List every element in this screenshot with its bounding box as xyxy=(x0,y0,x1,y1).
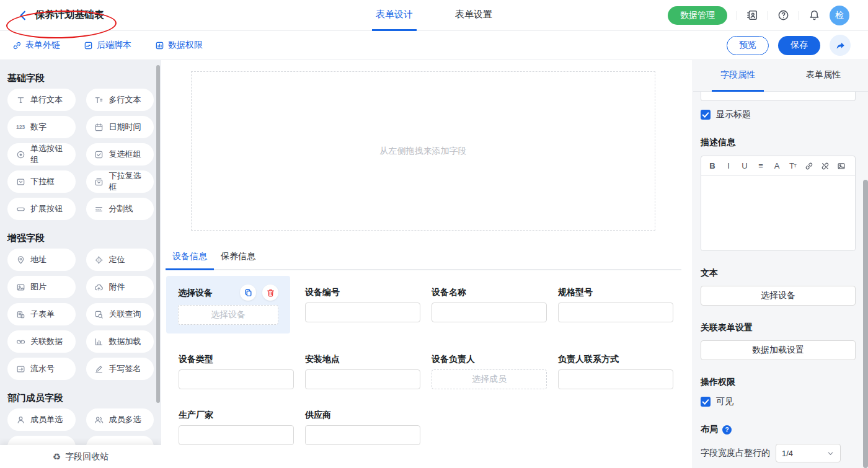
back-icon[interactable] xyxy=(17,10,29,21)
save-button[interactable]: 保存 xyxy=(778,36,820,55)
show-title-label: 显示标题 xyxy=(716,109,751,120)
delete-field-button[interactable] xyxy=(262,285,278,301)
canvas-tab-1[interactable]: 保养信息 xyxy=(214,251,262,270)
palette-item[interactable]: 定位 xyxy=(86,249,154,271)
avatar[interactable]: 检 xyxy=(830,6,849,25)
form-field[interactable]: 设备名称 xyxy=(432,287,547,333)
related-form-label: 关联表单设置 xyxy=(701,322,856,333)
external-link-icon xyxy=(12,41,22,50)
canvas-tab-0[interactable]: 设备信息 xyxy=(166,251,214,270)
palette-item[interactable]: 日期时间 xyxy=(86,116,154,138)
field-input[interactable] xyxy=(179,425,294,445)
text-single-icon xyxy=(16,95,25,105)
copy-field-button[interactable] xyxy=(240,285,256,301)
form-field[interactable]: 规格型号 xyxy=(558,287,673,333)
field-width-value: 1/4 xyxy=(782,449,793,458)
recycle-bin-button[interactable]: ♻ 字段回收站 xyxy=(0,445,161,468)
checkbox-group-icon xyxy=(94,150,104,159)
chevron-down-icon xyxy=(826,449,835,457)
field-input[interactable]: 选择成员 xyxy=(432,369,547,389)
permission-label: 操作权限 xyxy=(701,377,856,388)
layout-label-row: 布局 ? xyxy=(701,424,856,435)
form-field[interactable]: 生产厂家 xyxy=(179,410,294,445)
field-width-select[interactable]: 1/4 xyxy=(776,444,841,462)
field-input[interactable]: 选择设备 xyxy=(178,305,278,325)
inspector-tab-1[interactable]: 表单属性 xyxy=(797,60,849,92)
palette-item[interactable]: 地址 xyxy=(7,249,76,271)
palette-item[interactable]: 关联数据 xyxy=(7,330,76,353)
sidebar-scrollbar[interactable] xyxy=(156,65,160,403)
form-fields-grid: 选择设备 选择设备 设备编号 设备名称 规格型号 设备类型 安装地点 xyxy=(179,287,693,445)
share-button[interactable] xyxy=(830,35,851,56)
field-input[interactable] xyxy=(558,369,673,389)
palette-item[interactable]: 成员单选 xyxy=(7,408,76,431)
field-input[interactable] xyxy=(305,302,420,322)
help-icon[interactable] xyxy=(777,9,789,21)
inspector-scrollbar[interactable] xyxy=(863,180,868,468)
form-field[interactable]: 设备类型 xyxy=(179,354,294,389)
header-left: 保养计划基础表 xyxy=(0,9,104,22)
toolbar-link-0[interactable]: 表单外链 xyxy=(12,40,60,51)
form-field[interactable]: 负责人联系方式 xyxy=(558,354,673,389)
toolbar-link-1[interactable]: 后端脚本 xyxy=(84,40,131,51)
data-manage-button[interactable]: 数据管理 xyxy=(668,6,727,25)
palette-item[interactable]: 流水号 xyxy=(7,358,76,380)
palette-item[interactable]: 扩展按钮 xyxy=(7,198,76,220)
editor-font-size-icon[interactable]: TT xyxy=(786,159,800,173)
field-input[interactable] xyxy=(305,369,420,389)
inspector-tab-0[interactable]: 字段属性 xyxy=(712,60,764,92)
palette-item[interactable]: 手写签名 xyxy=(86,358,154,380)
serial-number-icon xyxy=(16,364,25,374)
palette-item[interactable]: 子表单 xyxy=(7,303,76,325)
palette-item[interactable]: 单选按钮组 xyxy=(7,143,76,166)
editor-font-color-icon[interactable]: A xyxy=(770,159,784,173)
palette-item[interactable]: 图片 xyxy=(7,276,76,298)
bell-icon[interactable] xyxy=(808,9,820,21)
editor-underline-icon[interactable]: U xyxy=(738,159,751,173)
layout-width-label: 字段宽度占整行的 xyxy=(701,448,770,459)
field-input[interactable] xyxy=(179,369,294,389)
palette-item[interactable]: 123数字 xyxy=(7,116,76,138)
editor-image-icon[interactable] xyxy=(835,159,848,173)
form-field[interactable]: 安装地点 xyxy=(305,354,420,389)
palette-item[interactable]: 附件 xyxy=(86,276,154,298)
form-field[interactable]: 供应商 xyxy=(305,410,420,445)
form-field[interactable]: 设备负责人 选择成员 xyxy=(432,354,547,389)
palette-item[interactable]: 下拉框 xyxy=(7,170,76,193)
data-load-settings-button[interactable]: 数据加载设置 xyxy=(701,340,856,360)
form-field[interactable]: 设备编号 xyxy=(305,287,420,333)
header-tab-0[interactable]: 表单设计 xyxy=(372,0,417,31)
palette-item[interactable]: 数据加载 xyxy=(86,330,154,353)
field-input[interactable] xyxy=(432,302,547,322)
field-title-input[interactable] xyxy=(701,92,856,101)
toolbar-link-2[interactable]: 数据权限 xyxy=(155,40,203,51)
palette-item[interactable]: 成员多选 xyxy=(86,408,154,431)
signature-icon xyxy=(94,364,104,374)
show-title-checkbox[interactable]: 显示标题 xyxy=(701,109,856,120)
form-field-selected[interactable]: 选择设备 选择设备 xyxy=(166,276,290,333)
text-section-label: 文本 xyxy=(701,268,856,279)
editor-align-icon[interactable]: ≡ xyxy=(754,159,768,173)
description-textarea[interactable] xyxy=(701,176,855,250)
visible-checkbox[interactable]: 可见 xyxy=(701,396,856,407)
palette-item[interactable]: 下拉复选框 xyxy=(86,170,154,193)
contacts-icon[interactable] xyxy=(746,9,758,21)
field-input[interactable] xyxy=(305,425,420,445)
palette-item[interactable]: 分割线 xyxy=(86,198,154,220)
header-tabs: 表单设计表单设置 xyxy=(372,0,496,31)
header-tab-1[interactable]: 表单设置 xyxy=(451,0,496,31)
datetime-icon xyxy=(94,123,104,132)
palette-item[interactable]: 关联查询 xyxy=(86,303,154,325)
palette-item[interactable]: 多行文本 xyxy=(86,89,154,111)
editor-link-icon[interactable] xyxy=(802,159,816,173)
editor-unlink-icon[interactable] xyxy=(818,159,832,173)
select-device-button[interactable]: 选择设备 xyxy=(701,286,856,306)
editor-italic-icon[interactable]: I xyxy=(722,159,735,173)
editor-bold-icon[interactable]: B xyxy=(706,159,719,173)
help-circle-icon[interactable]: ? xyxy=(722,425,732,435)
palette-item[interactable]: 单行文本 xyxy=(7,89,76,111)
palette-item[interactable]: 复选框组 xyxy=(86,143,154,166)
dropzone[interactable]: 从左侧拖拽来添加字段 xyxy=(191,71,655,231)
preview-button[interactable]: 预览 xyxy=(727,36,769,55)
field-input[interactable] xyxy=(558,302,673,322)
